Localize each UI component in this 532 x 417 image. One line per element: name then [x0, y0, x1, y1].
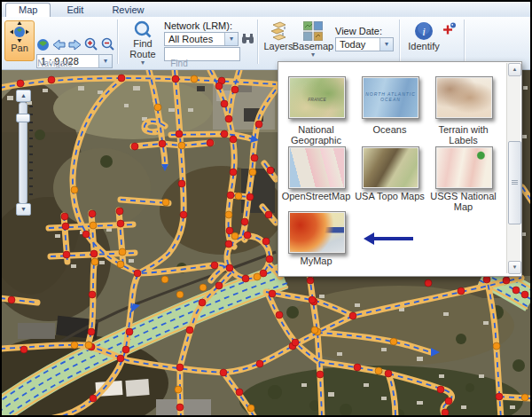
view-date-value: Today: [336, 39, 379, 50]
app-content: ▲ ▼ Map Edit Review Pan: [2, 2, 530, 415]
basemap-item-label[interactable]: National Geographic: [278, 124, 354, 146]
scroll-down-icon[interactable]: ▼: [508, 261, 521, 274]
basemap-item-label[interactable]: USGS National Map: [426, 191, 501, 212]
binoculars-icon[interactable]: [241, 32, 254, 45]
zoom-in-tool-icon[interactable]: [84, 37, 98, 51]
zoom-out-button[interactable]: ▼: [16, 203, 31, 216]
network-combo[interactable]: All Routes ▾: [164, 32, 239, 46]
layers-label: Layers: [263, 42, 293, 51]
basemap-gallery-panel: FRANCE National Geographic NORTH ATLANTI…: [278, 61, 522, 277]
ribbon-tab-bar: Map Edit Review: [2, 2, 530, 18]
layers-icon: [268, 21, 289, 41]
scrollbar-thumb[interactable]: [508, 141, 521, 224]
basemap-item-mymap[interactable]: [288, 211, 346, 254]
basemap-icon: [303, 21, 323, 41]
group-separator: [257, 20, 259, 64]
group-separator: [399, 20, 401, 64]
previous-extent-icon[interactable]: [52, 38, 66, 51]
find-route-label-1: Find: [133, 39, 152, 49]
group-separator: [464, 20, 466, 64]
thumb-text: NORTH ATLANTIC OCEAN: [363, 91, 419, 102]
basemap-item-label[interactable]: Terrain with Labels: [426, 124, 501, 146]
zoom-out-tool-icon[interactable]: [101, 37, 114, 51]
find-group-label: Find: [144, 59, 215, 68]
network-lrm-label: Network (LRM):: [164, 20, 232, 31]
view-date-dropdown-icon[interactable]: ▾: [379, 38, 393, 51]
network-dropdown-icon[interactable]: ▾: [224, 33, 238, 45]
gallery-scrollbar[interactable]: ▲ ▼: [506, 63, 520, 273]
pan-label: Pan: [11, 43, 28, 53]
network-value: All Routes: [165, 34, 224, 44]
add-identify-point-icon[interactable]: [442, 22, 457, 37]
basemap-item-label[interactable]: Oceans: [352, 124, 427, 135]
pan-button[interactable]: Pan: [4, 20, 35, 61]
basemap-dropdown-icon: ▾: [311, 51, 315, 58]
identify-icon: i: [414, 21, 434, 41]
full-extent-icon[interactable]: [36, 38, 50, 51]
tab-map[interactable]: Map: [5, 3, 51, 17]
basemap-item-usa-topo-maps[interactable]: [362, 146, 419, 189]
view-date-label: View Date:: [335, 26, 382, 36]
find-route-icon: [134, 20, 152, 38]
view-date-combo[interactable]: Today ▾: [335, 37, 394, 51]
zoom-slider-thumb[interactable]: [16, 114, 30, 122]
layers-button[interactable]: Layers: [262, 20, 295, 65]
thumb-text: FRANCE: [289, 97, 345, 102]
basemap-item-terrain-with-labels[interactable]: [435, 76, 493, 119]
tab-review[interactable]: Review: [99, 4, 156, 17]
group-separator: [117, 20, 119, 64]
basemap-item-openstreetmap[interactable]: [288, 146, 346, 189]
pan-icon: [10, 21, 29, 43]
app-window: ▲ ▼ Map Edit Review Pan: [0, 0, 532, 417]
identify-button[interactable]: i Identify: [405, 20, 442, 65]
next-extent-icon[interactable]: [68, 38, 82, 51]
basemap-item-label[interactable]: OpenStreetMap: [278, 191, 354, 201]
tab-edit[interactable]: Edit: [54, 4, 96, 17]
basemap-item-usgs-national-map[interactable]: [435, 146, 493, 189]
basemap-item-national-geographic[interactable]: FRANCE: [288, 76, 346, 119]
basemap-item-label[interactable]: USA Topo Maps: [352, 191, 427, 201]
scroll-up-icon[interactable]: ▲: [508, 63, 521, 76]
identify-label: Identify: [408, 42, 439, 51]
annotation-arrow: [364, 232, 413, 245]
svg-text:i: i: [422, 25, 426, 38]
navigate-group-label: Navigate: [20, 59, 90, 68]
basemap-item-oceans[interactable]: NORTH ATLANTIC OCEAN: [362, 76, 419, 119]
map-scale-dropdown-icon[interactable]: ▾: [98, 55, 112, 67]
zoom-in-button[interactable]: ▲: [16, 90, 31, 102]
basemap-item-label[interactable]: MyMap: [278, 256, 354, 266]
